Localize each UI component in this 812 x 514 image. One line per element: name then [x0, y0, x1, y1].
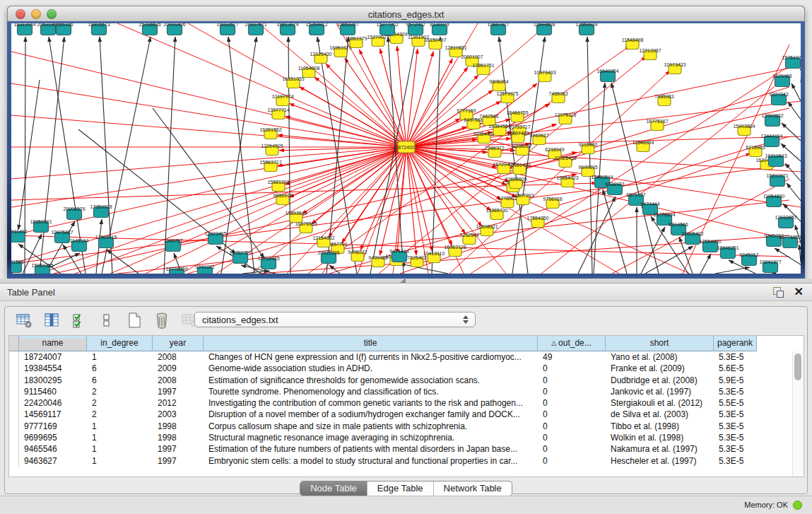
- cell-out-de-[interactable]: 0: [538, 421, 606, 432]
- cell-out-de-[interactable]: 0: [538, 443, 606, 455]
- cell-name[interactable]: 14569117: [19, 409, 87, 420]
- cell-year[interactable]: 1997: [153, 443, 204, 455]
- column-header-year[interactable]: year: [153, 336, 204, 351]
- cell-year[interactable]: 1998: [153, 432, 204, 443]
- cell-year[interactable]: 1997: [153, 386, 204, 397]
- cell-out-de-[interactable]: 0: [538, 363, 606, 374]
- cell-in-degree[interactable]: 6: [87, 375, 153, 386]
- cell-short[interactable]: Yano et al. (2008): [606, 351, 714, 363]
- scrollbar-thumb[interactable]: [794, 354, 801, 380]
- cell-short[interactable]: Nakamura et al. (1997): [606, 443, 714, 455]
- cell-pagerank[interactable]: 5.3E-5: [714, 432, 757, 443]
- cell-title[interactable]: Tourette syndrome. Phenomenology and cla…: [204, 386, 538, 397]
- cell-title[interactable]: Corpus callosum shape and size in male p…: [204, 421, 538, 432]
- cell-name[interactable]: 9465546: [19, 443, 87, 455]
- cell-title[interactable]: Changes of HCN gene expression and I(f) …: [204, 351, 538, 363]
- column-header-in-degree[interactable]: in_degree: [87, 336, 153, 351]
- table-row[interactable]: 2242004622012Investigating the contribut…: [9, 397, 804, 409]
- network-window-titlebar[interactable]: citations_edges.txt: [7, 6, 805, 23]
- clear-selection-icon[interactable]: [98, 311, 116, 329]
- cell-short[interactable]: Franke et al. (2009): [606, 363, 714, 374]
- cell-year[interactable]: 2008: [153, 375, 204, 386]
- cell-name[interactable]: 22420046: [19, 397, 87, 409]
- cell-title[interactable]: Estimation of significance thresholds fo…: [204, 375, 538, 386]
- show-columns-icon[interactable]: [42, 311, 61, 329]
- cell-title[interactable]: Embryonic stem cells: a model to study s…: [204, 455, 538, 467]
- cell-short[interactable]: Jankovic et al. (1997): [606, 386, 714, 397]
- cell-pagerank[interactable]: 5.9E-5: [714, 375, 757, 386]
- cell-out-de-[interactable]: 49: [538, 351, 606, 363]
- cell-name[interactable]: 9463627: [19, 455, 87, 467]
- divider-grip-icon[interactable]: [400, 278, 406, 283]
- cell-in-degree[interactable]: 2: [87, 386, 153, 397]
- table-selector-dropdown[interactable]: citations_edges.txt: [194, 312, 476, 327]
- cell-short[interactable]: Tibbo et al. (1998): [606, 421, 714, 432]
- cell-in-degree[interactable]: 1: [87, 432, 153, 443]
- table-row[interactable]: 911546021997Tourette syndrome. Phenomeno…: [9, 386, 804, 397]
- cell-pagerank[interactable]: 5.3E-5: [714, 443, 757, 455]
- tab-node-table[interactable]: Node Table: [300, 481, 367, 496]
- cell-title[interactable]: Disruption of a novel member of a sodium…: [204, 409, 538, 420]
- cell-title[interactable]: Estimation of the future numbers of pati…: [204, 443, 538, 455]
- cell-out-de-[interactable]: 0: [538, 397, 606, 409]
- cell-title[interactable]: Structural magnetic resonance image aver…: [204, 432, 538, 443]
- new-column-icon[interactable]: [125, 311, 143, 329]
- tab-edge-table[interactable]: Edge Table: [367, 481, 434, 496]
- table-row[interactable]: 1938455462009Genome-wide association stu…: [9, 363, 804, 374]
- cell-out-de-[interactable]: 0: [538, 386, 606, 397]
- cell-pagerank[interactable]: 5.3E-5: [714, 351, 757, 363]
- column-header-pagerank[interactable]: pagerank: [714, 336, 757, 351]
- cell-title[interactable]: Genome-wide association studies in ADHD.: [204, 363, 538, 374]
- cell-pagerank[interactable]: 5.3E-5: [714, 386, 757, 397]
- cell-year[interactable]: 2003: [153, 409, 204, 420]
- cell-pagerank[interactable]: 5.3E-5: [714, 455, 757, 467]
- table-mode-icon[interactable]: [15, 311, 33, 329]
- cell-year[interactable]: 2008: [153, 351, 204, 363]
- cell-out-de-[interactable]: 0: [538, 409, 606, 420]
- cell-short[interactable]: de Silva et al. (2003): [606, 409, 714, 420]
- cell-name[interactable]: 18724007: [19, 351, 87, 363]
- cell-out-de-[interactable]: 0: [538, 455, 606, 467]
- cell-pagerank[interactable]: 5.3E-5: [714, 409, 757, 420]
- cell-short[interactable]: Wolkin et al. (1998): [606, 432, 714, 443]
- table-scrollbar[interactable]: [792, 351, 804, 477]
- cell-in-degree[interactable]: 2: [87, 409, 153, 420]
- close-panel-icon[interactable]: ✕: [794, 285, 804, 298]
- cell-year[interactable]: 1997: [153, 455, 204, 467]
- cell-pagerank[interactable]: 5.6E-5: [714, 363, 757, 374]
- cell-in-degree[interactable]: 1: [87, 421, 153, 432]
- table-row[interactable]: 1872400712008Changes of HCN gene express…: [9, 351, 804, 363]
- table-row[interactable]: 1830029562008Estimation of significance …: [9, 375, 804, 386]
- cell-short[interactable]: Dudbridge et al. (2008): [606, 375, 714, 386]
- cell-in-degree[interactable]: 1: [87, 443, 153, 455]
- column-header-short[interactable]: short: [606, 336, 714, 351]
- cell-in-degree[interactable]: 1: [87, 351, 153, 363]
- cell-name[interactable]: 9699695: [19, 432, 87, 443]
- column-header-name[interactable]: name: [19, 336, 87, 351]
- cell-in-degree[interactable]: 2: [87, 397, 153, 409]
- table-row[interactable]: 977716911998Corpus callosum shape and si…: [9, 421, 804, 432]
- cell-name[interactable]: 19384554: [19, 363, 87, 374]
- cell-out-de-[interactable]: 0: [538, 375, 606, 386]
- delete-column-icon[interactable]: [153, 311, 171, 329]
- table-row[interactable]: 969969511998Structural magnetic resonanc…: [9, 432, 804, 443]
- cell-year[interactable]: 2012: [153, 397, 204, 409]
- column-header-out-de-[interactable]: △out_de...: [538, 336, 606, 351]
- cell-title[interactable]: Investigating the contribution of common…: [204, 397, 538, 409]
- cell-year[interactable]: 2009: [153, 363, 204, 374]
- tab-network-table[interactable]: Network Table: [434, 481, 512, 496]
- column-header-title[interactable]: title: [204, 336, 538, 351]
- cell-short[interactable]: Hescheler et al. (1997): [606, 455, 714, 467]
- cell-in-degree[interactable]: 1: [87, 455, 153, 467]
- cell-pagerank[interactable]: 5.5E-5: [714, 397, 757, 409]
- cell-short[interactable]: Stergiakouli et al. (2012): [606, 397, 714, 409]
- cell-name[interactable]: 18300295: [19, 375, 87, 386]
- select-all-icon[interactable]: [70, 311, 88, 329]
- cell-pagerank[interactable]: 5.3E-5: [714, 421, 757, 432]
- table-row[interactable]: 946554611997Estimation of the future num…: [9, 443, 804, 455]
- cell-name[interactable]: 9777169: [19, 421, 87, 432]
- network-canvas[interactable]: 1225430911311302181504971261065120021007…: [11, 23, 801, 274]
- cell-in-degree[interactable]: 6: [87, 363, 153, 374]
- cell-name[interactable]: 9115460: [19, 386, 87, 397]
- cell-out-de-[interactable]: 0: [538, 432, 606, 443]
